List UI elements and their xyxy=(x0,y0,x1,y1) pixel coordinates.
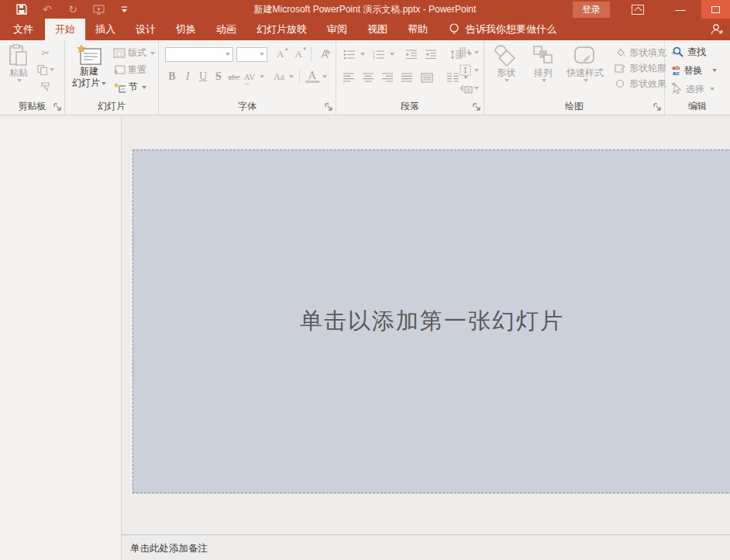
slide-thumbnail-panel[interactable] xyxy=(0,116,122,560)
signin-button[interactable]: 登录 xyxy=(573,2,610,18)
increase-indent-button[interactable] xyxy=(424,49,438,60)
new-slide-button[interactable]: 新建 幻灯片 xyxy=(71,44,107,100)
arrange-caret-icon xyxy=(542,79,546,82)
svg-text:A: A xyxy=(467,48,471,55)
find-button[interactable]: 查找 xyxy=(673,44,730,60)
quick-styles-label: 快速样式 xyxy=(566,67,604,79)
shape-effects-label: 形状效果 xyxy=(629,77,666,91)
font-size-combobox[interactable] xyxy=(236,47,267,62)
new-slide-icon xyxy=(76,44,102,66)
bullets-button[interactable] xyxy=(343,49,356,60)
tab-animations[interactable]: 动画 xyxy=(206,19,246,40)
font-size-caret-icon xyxy=(260,53,264,56)
distribute-button[interactable] xyxy=(420,72,434,84)
paste-button[interactable]: 粘贴 xyxy=(5,44,33,100)
find-icon xyxy=(673,46,684,57)
justify-button[interactable] xyxy=(401,72,414,83)
window-title: 新建Microsoft PowerPoint 演示文稿.pptx - Power… xyxy=(254,0,477,19)
align-right-button[interactable] xyxy=(381,72,394,83)
notes-divider[interactable] xyxy=(122,534,730,535)
ribbon-display-options-icon[interactable] xyxy=(632,5,644,15)
notes-placeholder-text[interactable]: 单击此处添加备注 xyxy=(130,542,208,555)
replace-label: 替换 xyxy=(684,64,702,77)
divider xyxy=(311,46,312,62)
group-drawing: 形状 排列 快速样式 形状填充 xyxy=(484,40,665,115)
format-painter-icon[interactable] xyxy=(37,80,54,94)
redo-icon[interactable]: ↻ xyxy=(67,3,79,15)
replace-button[interactable]: abac 替换 xyxy=(673,63,730,78)
change-case-caret-icon xyxy=(289,75,294,78)
quick-access-toolbar: ↶ ↻ xyxy=(0,3,130,15)
slide-canvas: 单击以添加第一张幻灯片 单击此处添加备注 xyxy=(122,116,730,560)
new-slide-placeholder[interactable]: 单击以添加第一张幻灯片 xyxy=(133,149,730,493)
shape-outline-label: 形状轮廓 xyxy=(629,62,666,75)
maximize-icon[interactable] xyxy=(701,0,730,19)
group-slides: 新建 幻灯片 版式 重置 节 幻灯片 xyxy=(65,40,159,115)
qat-dropdown-icon[interactable] xyxy=(118,3,130,15)
underline-button[interactable]: U xyxy=(196,70,210,83)
shape-fill-icon xyxy=(615,48,626,58)
text-direction-caret-icon xyxy=(474,51,479,54)
new-slide-label-line1: 新建 xyxy=(80,66,98,77)
replace-caret-icon xyxy=(712,69,717,72)
tab-review[interactable]: 审阅 xyxy=(317,19,357,40)
minimize-icon[interactable]: — xyxy=(669,4,692,15)
align-center-button[interactable] xyxy=(362,72,375,83)
shape-outline-icon xyxy=(615,64,626,74)
add-person-icon[interactable] xyxy=(710,22,724,36)
shapes-icon xyxy=(493,44,519,67)
change-case-button[interactable]: Aa xyxy=(272,71,286,83)
shapes-button[interactable]: 形状 xyxy=(489,44,523,100)
convert-to-smartart-button[interactable] xyxy=(459,80,479,96)
clear-formatting-button[interactable] xyxy=(319,49,331,60)
tab-insert[interactable]: 插入 xyxy=(85,19,126,40)
cut-icon[interactable]: ✂ xyxy=(37,46,54,60)
find-label: 查找 xyxy=(687,46,706,59)
drawing-dialog-launcher-icon[interactable] xyxy=(653,103,662,112)
clipboard-dialog-launcher-icon[interactable] xyxy=(53,103,62,112)
select-button[interactable]: 选择 xyxy=(673,81,730,97)
strikethrough-button[interactable]: S xyxy=(212,70,226,83)
tellme-box[interactable]: 告诉我你想要做什么 xyxy=(449,19,556,40)
columns-button[interactable] xyxy=(446,72,460,83)
select-caret-icon xyxy=(710,88,715,91)
tab-transitions[interactable]: 切换 xyxy=(166,19,206,40)
text-direction-button[interactable]: A xyxy=(459,44,479,60)
paragraph-dialog-launcher-icon[interactable] xyxy=(473,103,481,112)
tab-view[interactable]: 视图 xyxy=(357,19,398,40)
font-dialog-launcher-icon[interactable] xyxy=(325,103,333,112)
text-shadow-button[interactable]: abc xyxy=(227,72,241,81)
paste-label: 粘贴 xyxy=(9,67,28,79)
new-slide-placeholder-text: 单击以添加第一张幻灯片 xyxy=(300,306,564,337)
quick-styles-button[interactable]: 快速样式 xyxy=(563,44,607,100)
arrange-button[interactable]: 排列 xyxy=(526,44,560,100)
numbering-caret-icon xyxy=(390,53,394,56)
align-text-button[interactable] xyxy=(459,62,479,78)
font-name-combobox[interactable] xyxy=(165,47,233,62)
group-paragraph: 123 A 段 xyxy=(336,40,484,115)
start-slideshow-icon[interactable] xyxy=(92,3,105,15)
numbering-button[interactable]: 123 xyxy=(372,49,386,60)
align-left-button[interactable] xyxy=(343,72,356,83)
tab-slideshow[interactable]: 幻灯片放映 xyxy=(246,19,317,40)
bold-button[interactable]: B xyxy=(165,70,179,83)
italic-button[interactable]: I xyxy=(181,70,195,83)
tab-file[interactable]: 文件 xyxy=(2,19,45,40)
character-spacing-button[interactable]: AV xyxy=(243,72,257,81)
tab-help[interactable]: 帮助 xyxy=(398,19,438,40)
font-color-button[interactable]: A xyxy=(305,70,319,83)
shapes-label: 形状 xyxy=(497,67,515,79)
save-icon[interactable] xyxy=(15,3,28,15)
decrease-indent-button[interactable] xyxy=(405,49,418,60)
group-editing: 查找 abac 替换 选择 编辑 xyxy=(665,40,730,115)
copy-icon[interactable] xyxy=(37,63,54,77)
section-button[interactable]: 节 xyxy=(113,81,155,94)
reset-button[interactable]: 重置 xyxy=(113,64,155,77)
tab-home[interactable]: 开始 xyxy=(45,19,85,40)
grow-font-button[interactable]: A xyxy=(277,48,284,60)
drawing-group-label: 绘图 xyxy=(484,100,664,115)
undo-icon[interactable]: ↶ xyxy=(41,3,53,15)
shrink-font-button[interactable]: A xyxy=(294,48,301,60)
layout-button[interactable]: 版式 xyxy=(113,46,155,60)
tab-design[interactable]: 设计 xyxy=(126,19,166,40)
